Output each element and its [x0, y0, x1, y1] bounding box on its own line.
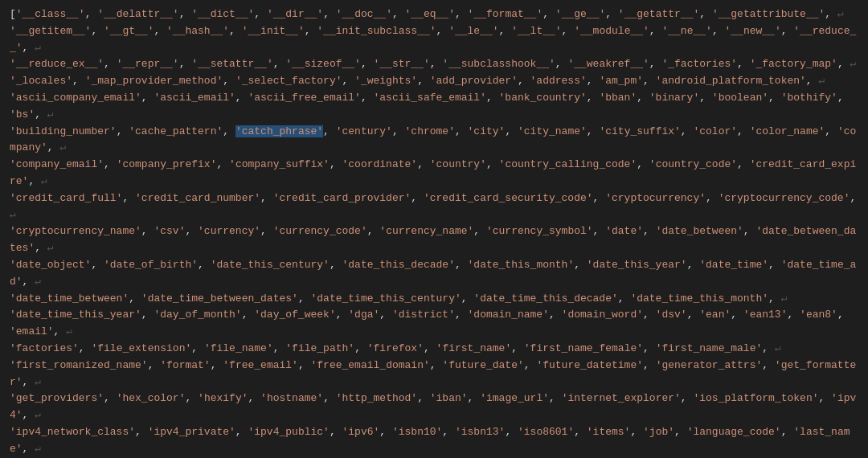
code-line: ['__class__', '__delattr__', '__dict__',… [10, 6, 858, 23]
code-line: 'building_number', 'cache_pattern', 'cat… [10, 124, 858, 157]
code-line: 'date_object', 'date_of_birth', 'date_th… [10, 257, 858, 291]
code-line: 'company_email', 'company_prefix', 'comp… [10, 157, 858, 190]
code-line: 'date_time_between', 'date_time_between_… [10, 291, 858, 308]
code-line: 'credit_card_full', 'credit_card_number'… [10, 190, 858, 224]
code-line: 'ipv4_network_class', 'ipv4_private', 'i… [10, 424, 858, 458]
code-line: '__reduce_ex__', '__repr__', '__setattr_… [10, 56, 858, 73]
code-line: 'cryptocurrency_name', 'csv', 'currency'… [10, 223, 858, 257]
code-line: 'date_time_this_year', 'day_of_month', '… [10, 307, 858, 341]
code-line: 'first_romanized_name', 'format', 'free_… [10, 358, 858, 391]
code-line: 'factories', 'file_extension', 'file_nam… [10, 341, 858, 358]
code-line: 'get_providers', 'hex_color', 'hexify', … [10, 391, 858, 424]
code-line: '__getitem__', '__gt__', '__hash__', '__… [10, 23, 858, 57]
code-display: ['__class__', '__delattr__', '__dict__',… [0, 0, 868, 458]
code-line: '_locales', '_map_provider_method', '_se… [10, 73, 858, 90]
code-line: 'ascii_company_email', 'ascii_email', 'a… [10, 90, 858, 124]
